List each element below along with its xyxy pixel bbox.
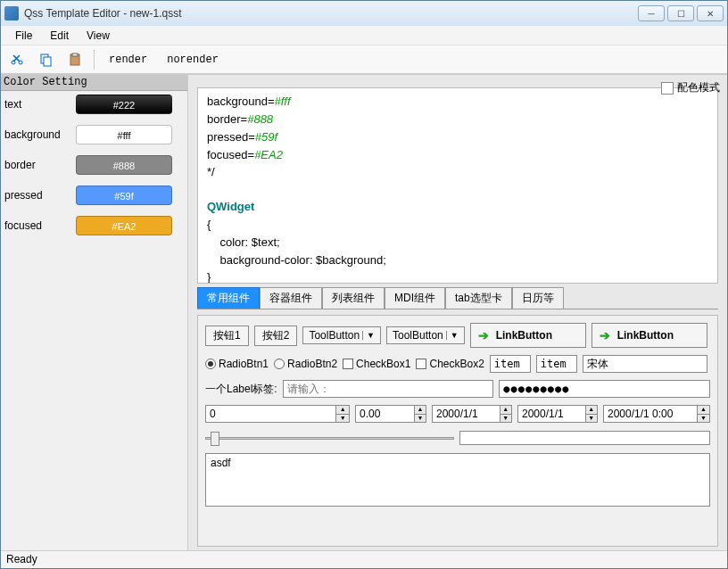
menu-edit[interactable]: Edit [41, 27, 78, 45]
line-edit[interactable] [283, 380, 494, 398]
push-button-2[interactable]: 按钮2 [254, 326, 298, 346]
radio-button-1[interactable]: RadioBtn1 [205, 358, 269, 370]
scissors-icon [11, 53, 25, 67]
render-button[interactable]: render [103, 52, 153, 68]
color-swatch-pressed[interactable]: #59f [76, 186, 172, 205]
preview-area: 按钮1 按钮2 ToolButton▼ ToolButton▼ ➔LinkBut… [197, 315, 718, 547]
date-edit-2[interactable]: ▲▼ [517, 405, 598, 423]
tool-bar: render norender [1, 45, 727, 74]
copy-icon [39, 53, 54, 67]
label-widget: 一个Label标签: [205, 382, 277, 397]
push-button-1[interactable]: 按钮1 [205, 326, 249, 346]
menu-file[interactable]: File [6, 27, 41, 45]
link-button-2[interactable]: ➔LinkButton [592, 323, 707, 348]
color-label-focused: focused [4, 219, 76, 232]
spin-box-double[interactable]: ▲▼ [355, 405, 426, 423]
tab-container[interactable]: 容器组件 [260, 287, 322, 309]
combo-box-2[interactable] [536, 355, 577, 373]
color-label-pressed: pressed [4, 189, 76, 202]
color-swatch-background[interactable]: #fff [76, 125, 172, 144]
chevron-down-icon: ▼ [446, 331, 459, 340]
minimize-button[interactable]: ─ [638, 5, 665, 21]
combo-box-1[interactable] [490, 355, 531, 373]
progress-bar [459, 431, 710, 445]
maximize-button[interactable]: ☐ [667, 5, 694, 21]
tab-mdi[interactable]: MDI组件 [385, 287, 445, 309]
main-panel: 配色模式 background=#fff border=#888 pressed… [188, 75, 727, 550]
tool-button-1[interactable]: ToolButton▼ [302, 326, 381, 344]
link-button-1[interactable]: ➔LinkButton [470, 323, 586, 348]
preview-tabs: 常用组件 容器组件 列表组件 MDI组件 tab选型卡 日历等 [197, 287, 718, 309]
password-edit[interactable]: ●●●●●●●●● [499, 380, 710, 398]
tab-calendar[interactable]: 日历等 [512, 287, 564, 309]
status-bar: Ready [1, 550, 727, 568]
color-label-border: border [4, 159, 76, 171]
tool-button-2[interactable]: ToolButton▼ [386, 326, 465, 344]
color-mode-checkbox[interactable] [661, 82, 674, 95]
date-edit-1[interactable]: ▲▼ [432, 405, 512, 423]
paste-button[interactable] [65, 50, 85, 70]
color-swatch-focused[interactable]: #EA2 [76, 216, 172, 235]
toolbar-separator [94, 50, 95, 70]
sidebar: Color Setting text#222 background#fff bo… [1, 75, 188, 550]
svg-point-1 [19, 61, 22, 64]
tab-tabwidget[interactable]: tab选型卡 [445, 287, 512, 309]
spin-box-int[interactable]: ▲▼ [205, 405, 350, 423]
datetime-edit[interactable]: ▲▼ [603, 405, 710, 423]
color-label-background: background [4, 128, 76, 141]
copy-button[interactable] [37, 50, 56, 70]
color-swatch-text[interactable]: #222 [76, 95, 172, 114]
close-button[interactable]: ✕ [697, 5, 724, 21]
arrow-right-icon: ➔ [600, 328, 610, 342]
menu-view[interactable]: View [78, 27, 119, 45]
chevron-down-icon: ▼ [362, 331, 375, 340]
app-window: Qss Template Editor - new-1.qsst ─ ☐ ✕ F… [0, 0, 728, 569]
font-combo[interactable] [583, 355, 707, 373]
clipboard-icon [68, 53, 82, 67]
checkbox-1[interactable]: CheckBox1 [343, 358, 410, 370]
arrow-right-icon: ➔ [478, 328, 489, 342]
window-title: Qss Template Editor - new-1.qsst [24, 7, 635, 20]
tab-list[interactable]: 列表组件 [322, 287, 385, 309]
radio-button-2[interactable]: RadioBtn2 [274, 358, 337, 370]
slider[interactable] [205, 430, 454, 446]
title-bar: Qss Template Editor - new-1.qsst ─ ☐ ✕ [1, 1, 727, 26]
code-editor[interactable]: background=#fff border=#888 pressed=#59f… [197, 87, 718, 284]
cut-button[interactable] [8, 50, 28, 70]
color-label-text: text [4, 98, 76, 111]
svg-rect-5 [72, 54, 78, 56]
tab-common[interactable]: 常用组件 [197, 287, 260, 309]
color-mode-label: 配色模式 [677, 80, 720, 95]
checkbox-2[interactable]: CheckBox2 [416, 358, 484, 370]
app-icon [4, 6, 19, 21]
svg-rect-3 [44, 57, 51, 66]
text-edit[interactable]: asdf [205, 453, 710, 507]
sidebar-header: Color Setting [1, 75, 187, 91]
norender-button[interactable]: norender [161, 52, 224, 68]
color-swatch-border[interactable]: #888 [76, 155, 172, 175]
menu-bar: File Edit View [1, 26, 727, 45]
